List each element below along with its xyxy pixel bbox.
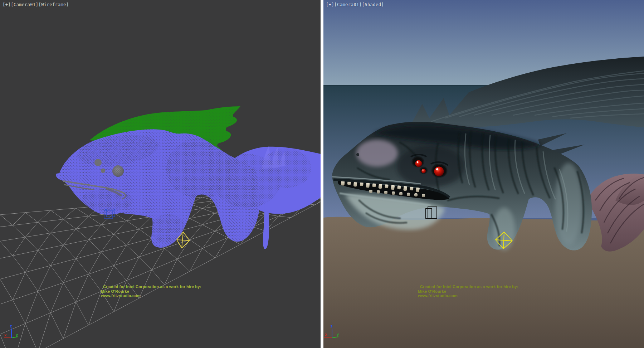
eye-tiny (421, 169, 426, 173)
copyright-watermark: Created for Intel Corporation as a work … (418, 285, 518, 298)
x-axis-label: x (4, 333, 7, 337)
viewport-label-left: [+][Camera01][Wireframe] (3, 2, 69, 7)
watermark-line1: Created for Intel Corporation as a work … (101, 285, 201, 289)
eye-small (415, 160, 422, 167)
watermark-line2: Mike O'Rourke (418, 289, 518, 294)
pov-menu[interactable]: [+] (3, 2, 11, 7)
watermark-line2: Mike O'Rourke (101, 289, 201, 294)
nostril (356, 153, 359, 156)
viewport-label-right: [+][Camera01][Shaded] (326, 2, 384, 7)
eye-region-shadow (397, 146, 465, 187)
pov-menu[interactable]: [+] (326, 2, 334, 7)
y-axis-label: y (337, 332, 339, 336)
dual-viewport-window: [+][Camera01][Wireframe] (0, 0, 644, 350)
right-viewport[interactable]: [+][Camera01][Shaded] (323, 0, 644, 348)
z-axis-label: z (331, 324, 333, 328)
y-axis-label: y (16, 332, 18, 337)
copyright-watermark: Created for Intel Corporation as a work … (101, 285, 201, 298)
eye-large (434, 167, 444, 176)
forehead-highlight (356, 140, 398, 167)
ground (323, 217, 644, 348)
watermark-line3: www.fritzstudio.com (418, 293, 518, 298)
watermark-line1: Created for Intel Corporation as a work … (418, 285, 518, 289)
z-axis-label: z (10, 324, 12, 328)
camera-menu[interactable]: [Camera01] (334, 2, 362, 7)
limb-sheen (493, 208, 515, 251)
shading-menu[interactable]: [Shaded] (362, 2, 384, 7)
watermark-line3: www.fritzstudio.com (101, 293, 201, 298)
left-viewport[interactable]: [+][Camera01][Wireframe] (0, 0, 321, 348)
x-axis-label: x (325, 332, 327, 336)
shading-menu[interactable]: [Wireframe] (38, 2, 69, 7)
camera-menu[interactable]: [Camera01] (11, 2, 38, 7)
